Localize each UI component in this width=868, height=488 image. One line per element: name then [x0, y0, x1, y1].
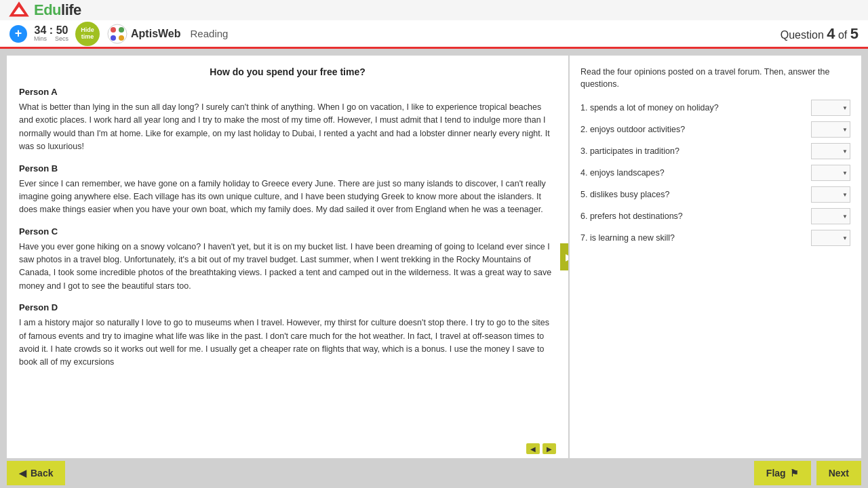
bottom-bar: ◀ Back Flag ⚑ Next [0, 458, 868, 488]
person-a-heading: Person A [19, 87, 556, 97]
svg-point-8 [119, 35, 124, 41]
question-row-5: 5. dislikes busy places? A B C D [580, 186, 850, 203]
questions-panel: Read the four opinions posted on a trave… [570, 56, 861, 458]
question-4-select-wrapper: A B C D [811, 165, 850, 181]
question-4-label: 4. enjoys landscapes? [580, 168, 806, 178]
question-2-label: 2. enjoys outdoor activities? [580, 125, 806, 134]
question-row-4: 4. enjoys landscapes? A B C D [580, 165, 850, 181]
question-4-select[interactable]: A B C D [811, 165, 850, 181]
question-1-select[interactable]: A B C D [811, 100, 850, 116]
toolbar: + 34 : 50 Mins Secs Hide time AptisWeb R… [0, 20, 868, 49]
question-row-3: 3. participates in tradition? A B C D [580, 143, 850, 159]
question-5-select-wrapper: A B C D [811, 186, 850, 203]
question-indicator: Question 4 of 5 [781, 25, 859, 43]
back-chevron-icon: ◀ [19, 468, 26, 479]
question-6-select[interactable]: A B C D [811, 208, 850, 224]
timer-display: 34 : 50 [35, 24, 68, 37]
scroll-right-arrow[interactable]: ▶ [542, 443, 556, 454]
scroll-left-arrow[interactable]: ◀ [526, 443, 540, 454]
question-3-select[interactable]: A B C D [811, 143, 850, 159]
flag-button[interactable]: Flag ⚑ [754, 461, 811, 485]
person-a-text: What is better than lying in the sun all… [19, 101, 556, 154]
section-label: Reading [191, 28, 229, 39]
timer: 34 : 50 Mins Secs [34, 24, 68, 43]
question-5-select[interactable]: A B C D [811, 186, 850, 203]
question-row-7: 7. is learning a new skill? A B C D [580, 230, 850, 246]
svg-point-6 [119, 27, 124, 33]
question-row-6: 6. prefers hot destinations? A B C D [580, 208, 850, 224]
main-content: How do you spend your free time? Person … [0, 49, 868, 458]
question-row-2: 2. enjoys outdoor activities? A B C D [580, 121, 850, 138]
panel-arrow-tab[interactable]: ▶ [560, 243, 568, 270]
person-b-text: Ever since I can remember, we have gone … [19, 178, 556, 217]
question-3-label: 3. participates in tradition? [580, 146, 806, 156]
timer-labels: Mins Secs [34, 36, 68, 43]
app-header: Edulife [0, 0, 868, 20]
edulife-logo-icon [8, 1, 30, 20]
question-5-label: 5. dislikes busy places? [580, 190, 806, 199]
question-7-select-wrapper: A B C D [811, 230, 850, 246]
logo-text: Edulife [34, 1, 81, 19]
question-2-select[interactable]: A B C D [811, 121, 850, 138]
svg-point-4 [108, 24, 127, 43]
next-button[interactable]: Next [816, 461, 861, 485]
passage-title: How do you spend your free time? [19, 66, 556, 77]
person-c-text: Have you ever gone hiking on a snowy vol… [19, 241, 556, 293]
person-d-heading: Person D [19, 302, 556, 312]
person-b-heading: Person B [19, 163, 556, 174]
question-6-select-wrapper: A B C D [811, 208, 850, 224]
flag-icon: ⚑ [790, 468, 799, 479]
passage-panel: How do you spend your free time? Person … [7, 56, 568, 458]
logo: Edulife [8, 1, 81, 20]
question-row-1: 1. spends a lot of money on holiday? A B… [580, 100, 850, 116]
question-1-select-wrapper: A B C D [811, 100, 850, 116]
back-button[interactable]: ◀ Back [7, 461, 65, 485]
aptis-logo: AptisWeb [106, 23, 180, 45]
person-c-heading: Person C [19, 226, 556, 237]
svg-point-5 [111, 27, 116, 33]
question-6-label: 6. prefers hot destinations? [580, 211, 806, 221]
question-7-select[interactable]: A B C D [811, 230, 850, 246]
svg-point-7 [111, 35, 116, 41]
question-3-select-wrapper: A B C D [811, 143, 850, 159]
person-d-text: I am a history major so naturally I love… [19, 317, 556, 369]
question-2-select-wrapper: A B C D [811, 121, 850, 138]
question-1-label: 1. spends a lot of money on holiday? [580, 103, 806, 113]
plus-button[interactable]: + [9, 25, 27, 43]
question-7-label: 7. is learning a new skill? [580, 233, 806, 243]
scroll-arrows: ◀ ▶ [526, 443, 556, 454]
instructions-text: Read the four opinions posted on a trave… [580, 66, 850, 90]
aptis-name: AptisWeb [131, 28, 180, 40]
hide-time-button[interactable]: Hide time [75, 22, 100, 46]
aptis-logo-icon [106, 23, 128, 45]
